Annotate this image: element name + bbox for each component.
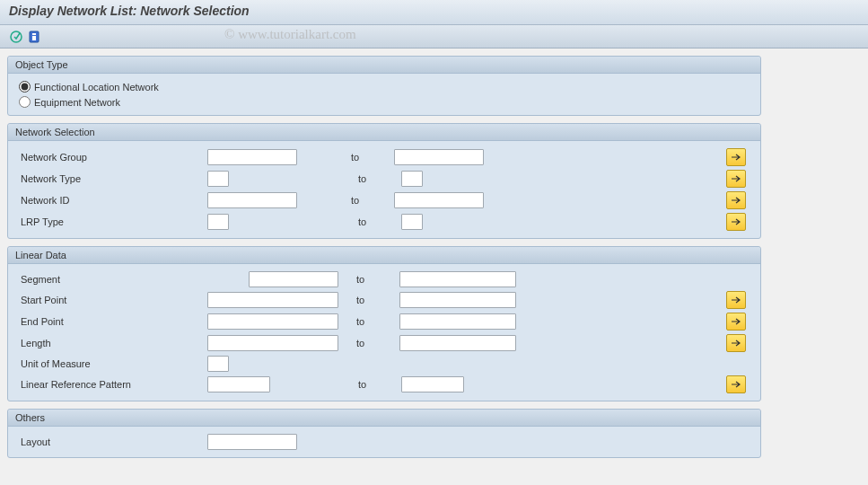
to-label: to: [351, 152, 387, 163]
label-lrp-pattern: Linear Reference Pattern: [19, 379, 207, 390]
input-length-to[interactable]: [399, 335, 516, 351]
label-end-point: End Point: [19, 316, 207, 327]
to-label: to: [358, 379, 394, 390]
execute-icon[interactable]: [9, 30, 23, 44]
svg-rect-3: [32, 36, 36, 40]
input-end-point-from[interactable]: [207, 313, 338, 330]
input-network-type-from[interactable]: [207, 171, 229, 187]
multiple-selection-button[interactable]: [726, 291, 746, 309]
to-label: to: [356, 316, 392, 327]
radio-functional-location-network[interactable]: [19, 81, 31, 93]
multiple-selection-button[interactable]: [726, 170, 746, 188]
toolbar: © www.tutorialkart.com: [0, 25, 868, 48]
input-segment-from[interactable]: [249, 271, 338, 287]
panel-others: Others Layout: [7, 409, 761, 458]
input-segment-to[interactable]: [399, 271, 516, 287]
label-network-group: Network Group: [19, 152, 207, 163]
multiple-selection-button[interactable]: [726, 334, 746, 352]
multiple-selection-button[interactable]: [726, 313, 746, 331]
input-network-group-from[interactable]: [207, 149, 297, 165]
input-lrp-pattern-from[interactable]: [207, 376, 270, 392]
multiple-selection-button[interactable]: [726, 375, 746, 393]
radio-equipment-network[interactable]: [19, 96, 31, 108]
radio-label-equip: Equipment Network: [34, 97, 120, 108]
panel-header-others: Others: [8, 410, 760, 427]
input-lrp-pattern-to[interactable]: [401, 376, 464, 392]
panel-object-type: Object Type Functional Location Network …: [7, 56, 761, 116]
input-network-id-from[interactable]: [207, 192, 297, 208]
input-network-type-to[interactable]: [401, 171, 423, 187]
to-label: to: [356, 295, 392, 305]
input-lrp-type-to[interactable]: [401, 214, 423, 230]
to-label: to: [358, 173, 394, 184]
input-layout[interactable]: [207, 434, 297, 450]
label-length: Length: [19, 338, 207, 348]
multiple-selection-button[interactable]: [726, 213, 746, 231]
input-lrp-type-from[interactable]: [207, 214, 229, 230]
input-end-point-to[interactable]: [399, 313, 516, 330]
to-label: to: [358, 216, 394, 227]
multiple-selection-button[interactable]: [726, 148, 746, 166]
content-area: Object Type Functional Location Network …: [0, 48, 868, 485]
info-icon[interactable]: [27, 30, 41, 44]
to-label: to: [351, 195, 387, 206]
input-network-id-to[interactable]: [394, 192, 484, 208]
label-uom: Unit of Measure: [19, 358, 207, 369]
panel-header-linear-data: Linear Data: [8, 247, 760, 264]
to-label: to: [356, 338, 392, 348]
watermark-text: © www.tutorialkart.com: [224, 27, 356, 42]
label-layout: Layout: [19, 436, 207, 447]
input-uom[interactable]: [207, 356, 229, 372]
label-network-type: Network Type: [19, 173, 207, 184]
panel-header-object-type: Object Type: [8, 57, 760, 74]
multiple-selection-button[interactable]: [726, 191, 746, 209]
label-lrp-type: LRP Type: [19, 216, 207, 227]
panel-linear-data: Linear Data Segment to Start Point to En…: [7, 246, 761, 401]
svg-point-0: [11, 31, 22, 42]
to-label: to: [356, 274, 392, 285]
label-network-id: Network ID: [19, 195, 207, 206]
input-network-group-to[interactable]: [394, 149, 484, 165]
input-length-from[interactable]: [207, 335, 338, 351]
panel-network-selection: Network Selection Network Group to Netwo…: [7, 123, 761, 239]
label-segment: Segment: [19, 274, 207, 285]
panel-header-network-selection: Network Selection: [8, 124, 760, 141]
svg-rect-2: [32, 33, 36, 35]
label-start-point: Start Point: [19, 295, 207, 305]
input-start-point-to[interactable]: [399, 292, 516, 308]
page-title: Display Network List: Network Selection: [9, 4, 250, 18]
title-bar: Display Network List: Network Selection: [0, 0, 868, 25]
input-start-point-from[interactable]: [207, 292, 338, 308]
radio-label-floc: Functional Location Network: [34, 82, 159, 93]
